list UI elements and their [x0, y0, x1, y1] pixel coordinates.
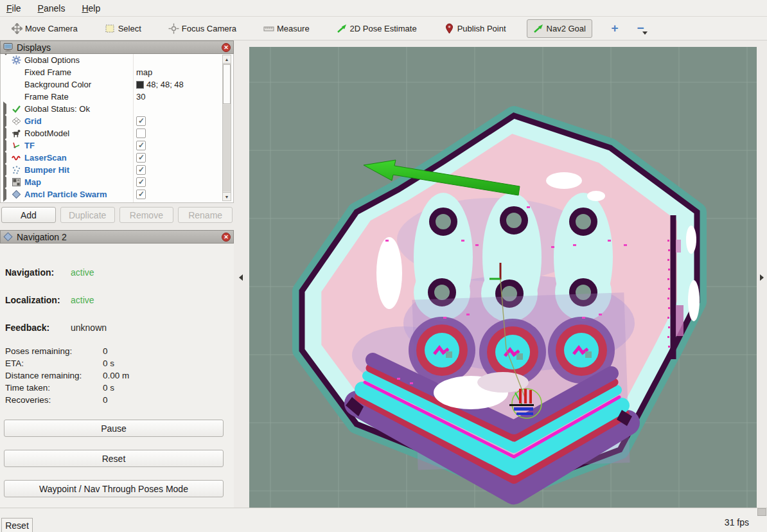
color-swatch — [136, 81, 144, 89]
enabled-checkbox[interactable] — [136, 153, 146, 163]
stat-label: ETA: — [5, 359, 103, 368]
pose-arrow-icon — [337, 23, 348, 34]
enabled-checkbox[interactable] — [136, 116, 146, 126]
display-row-tf[interactable]: TF — [1, 139, 233, 152]
status-row-navigation: Navigation:active — [5, 267, 94, 278]
expander-right-icon[interactable] — [3, 177, 10, 187]
nav2-panel-title: Navigation 2 — [17, 232, 67, 242]
menu-panels[interactable]: Panels — [38, 3, 66, 13]
3d-viewport[interactable] — [249, 47, 757, 508]
stat-row-recoveries: Recoveries:0 — [5, 395, 166, 405]
expander-right-icon[interactable] — [3, 116, 10, 126]
display-row-fixed-frame[interactable]: Fixed Framemap — [1, 66, 233, 78]
display-row-robotmodel[interactable]: RobotModel — [1, 127, 233, 139]
stat-value: 0.00 m — [103, 371, 129, 380]
status-label: Feedback: — [5, 323, 71, 333]
left-splitter[interactable] — [234, 40, 249, 508]
pause-button[interactable]: Pause — [4, 420, 224, 437]
enabled-checkbox[interactable] — [136, 177, 146, 187]
status-label: Navigation: — [5, 267, 71, 278]
remove-tool-button[interactable]: − — [632, 20, 649, 37]
expander-right-icon[interactable] — [3, 141, 10, 150]
expander-right-icon[interactable] — [3, 104, 10, 114]
rviz-window: FilePanelsHelp Move CameraSelectFocus Ca… — [0, 0, 767, 532]
stat-label: Distance remaining: — [5, 371, 103, 380]
displays-close-icon[interactable]: ✕ — [222, 43, 231, 52]
reset-button[interactable]: Reset — [4, 450, 224, 467]
display-row-background-color[interactable]: Background Color48; 48; 48 — [1, 78, 233, 91]
display-label: Amcl Particle Swarm — [24, 190, 107, 199]
tool-publish-point[interactable]: Publish Point — [437, 19, 513, 38]
expander-right-icon[interactable] — [3, 165, 10, 175]
status-value: active — [71, 295, 94, 305]
tool-label: Measure — [277, 24, 310, 33]
enabled-checkbox[interactable] — [136, 141, 146, 150]
menu-file[interactable]: File — [6, 3, 21, 13]
status-value: unknown — [71, 323, 107, 333]
menu-help[interactable]: Help — [82, 3, 100, 13]
pose-arrow-icon — [533, 23, 544, 34]
laser-icon — [12, 153, 21, 163]
tool-label: Publish Point — [457, 24, 506, 33]
status-label: Localization: — [5, 295, 71, 305]
display-row-global-status-ok[interactable]: Global Status: Ok — [1, 103, 233, 115]
tool-label: 2D Pose Estimate — [350, 24, 417, 33]
display-label: Background Color — [24, 80, 91, 89]
display-row-grid[interactable]: Grid — [1, 115, 233, 127]
rename-display-button: Rename — [178, 207, 233, 223]
splitter-collapse-icon[interactable] — [237, 272, 245, 283]
display-row-map[interactable]: Map — [1, 176, 233, 188]
enabled-checkbox[interactable] — [136, 165, 146, 175]
tool-label: Select — [118, 24, 141, 33]
expander-right-icon[interactable] — [3, 190, 10, 199]
expander-right-icon[interactable] — [3, 153, 10, 163]
property-value[interactable]: 30 — [136, 92, 145, 102]
waypoint-nav-through-poses-mode-button[interactable]: Waypoint / Nav Through Poses Mode — [4, 480, 224, 497]
expander-down-icon[interactable] — [3, 55, 10, 65]
property-value[interactable]: map — [136, 67, 152, 77]
tool-select[interactable]: Select — [98, 19, 148, 38]
display-label: Global Options — [24, 55, 80, 65]
add-tool-button[interactable]: + — [606, 20, 623, 37]
splitter-expand-icon[interactable] — [758, 272, 766, 283]
tool-2d-pose-estimate[interactable]: 2D Pose Estimate — [330, 19, 423, 38]
displays-panel-header[interactable]: Displays ✕ — [0, 40, 234, 54]
corner-grip[interactable] — [757, 508, 766, 516]
nav2-panel-body: Navigation:activeLocalization:activeFeed… — [0, 244, 234, 508]
enabled-checkbox[interactable] — [136, 190, 146, 199]
tool-focus-camera[interactable]: Focus Camera — [162, 19, 243, 38]
reset-view-button[interactable]: Reset — [1, 518, 33, 532]
expander-right-icon[interactable] — [3, 129, 10, 138]
gear-icon — [12, 55, 21, 65]
nav2-panel-header[interactable]: Navigation 2 ✕ — [0, 230, 234, 244]
tool-measure[interactable]: Measure — [257, 19, 316, 38]
tool-nav2-goal[interactable]: Nav2 Goal — [527, 19, 592, 38]
enabled-cell — [136, 129, 146, 138]
stat-row-eta: ETA:0 s — [5, 359, 166, 368]
enabled-cell — [136, 190, 146, 199]
enabled-cell — [136, 177, 146, 187]
enabled-cell — [136, 141, 146, 150]
displays-panel-icon — [3, 42, 13, 52]
map-icon — [12, 177, 21, 187]
status-row-feedback: Feedback:unknown — [5, 323, 107, 333]
nav2-close-icon[interactable]: ✕ — [222, 233, 231, 242]
color-value: 48; 48; 48 — [146, 80, 184, 89]
tf-icon — [12, 141, 21, 150]
add-display-button[interactable]: Add — [1, 207, 56, 223]
display-row-frame-rate[interactable]: Frame Rate30 — [1, 91, 233, 103]
right-splitter[interactable] — [757, 40, 767, 508]
enabled-checkbox[interactable] — [136, 129, 146, 138]
display-label: Map — [24, 177, 41, 187]
stat-value: 0 s — [103, 383, 114, 393]
display-row-amcl-particle-swarm[interactable]: Amcl Particle Swarm — [1, 188, 233, 200]
stat-row-poses-remaining: Poses remaining:0 — [5, 346, 166, 356]
property-value[interactable]: 48; 48; 48 — [136, 80, 184, 89]
stat-label: Poses remaining: — [5, 346, 103, 356]
display-row-laserscan[interactable]: LaserScan — [1, 152, 233, 164]
display-row-bumper-hit[interactable]: Bumper Hit — [1, 164, 233, 176]
display-label: Fixed Frame — [24, 67, 71, 77]
display-label: TF — [24, 141, 35, 150]
display-row-global-options[interactable]: Global Options — [1, 54, 233, 66]
tool-move-camera[interactable]: Move Camera — [5, 19, 84, 38]
